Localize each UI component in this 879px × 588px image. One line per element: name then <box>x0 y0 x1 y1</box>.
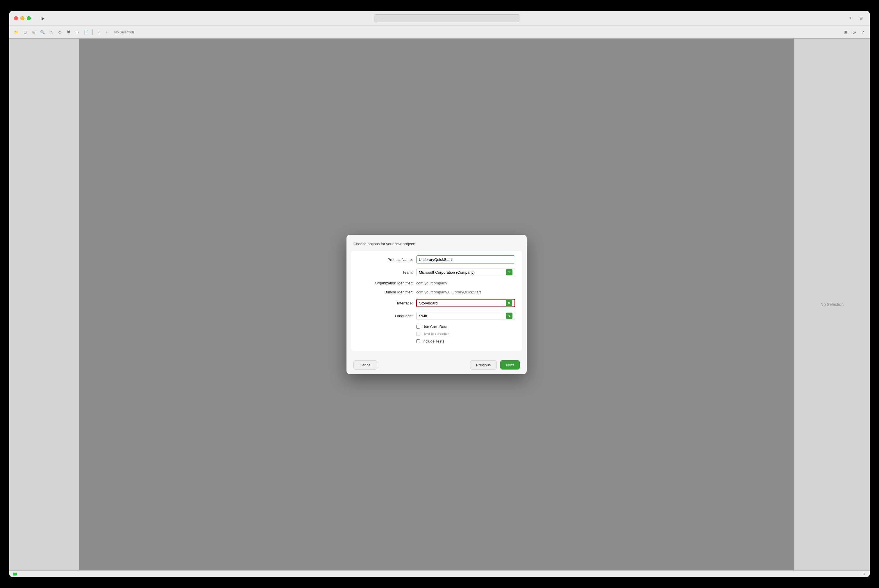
modal-footer: Cancel Previous Next <box>347 356 527 374</box>
warning-icon[interactable]: ⚠ <box>48 29 55 36</box>
mac-window: ▶ + ⊞ 📁 ⊡ ⊞ 🔍 ⚠ ◇ ⌘ ▭ 📄 ‹ › No Selection… <box>9 11 870 577</box>
interface-select[interactable]: Storyboard ⇅ <box>416 299 515 307</box>
search-bar[interactable] <box>374 14 520 22</box>
next-button[interactable]: Next <box>500 360 520 369</box>
diamond-icon[interactable]: ◇ <box>56 29 63 36</box>
team-value: Microsoft Corporation (Company) <box>419 270 475 274</box>
folder-icon[interactable]: 📁 <box>13 29 20 36</box>
right-panel: No Selection <box>794 39 870 570</box>
use-core-data-label[interactable]: Use Core Data <box>422 324 447 329</box>
interface-label: Interface: <box>358 301 416 305</box>
interface-select-arrow: ⇅ <box>506 300 512 306</box>
layout-button[interactable]: ⊞ <box>857 14 865 22</box>
editor-area: Choose options for your new project: Pro… <box>79 39 794 570</box>
hierarchy-icon[interactable]: ⊞ <box>30 29 37 36</box>
team-select-arrow: ⇅ <box>506 269 512 275</box>
bundle-id-label: Bundle Identifier: <box>358 290 416 294</box>
history-icon[interactable]: ◷ <box>850 29 858 36</box>
titlebar-center <box>50 14 844 22</box>
cancel-button[interactable]: Cancel <box>353 360 377 369</box>
rect-icon[interactable]: ▭ <box>74 29 81 36</box>
back-button[interactable]: ‹ <box>96 29 103 36</box>
include-tests-row: Include Tests <box>358 339 515 344</box>
nav-buttons: ‹ › <box>96 29 110 36</box>
add-button[interactable]: + <box>846 14 855 22</box>
use-core-data-row: Use Core Data <box>358 324 515 329</box>
traffic-lights <box>14 16 31 20</box>
search-icon[interactable]: 🔍 <box>39 29 46 36</box>
language-select-arrow: ⇅ <box>506 313 512 319</box>
sidebar <box>9 39 79 570</box>
status-indicator <box>13 573 17 576</box>
inspector-icon[interactable]: ⊞ <box>842 29 849 36</box>
maximize-button[interactable] <box>27 16 31 20</box>
status-bar-icon[interactable]: ⊞ <box>861 572 866 577</box>
include-tests-label[interactable]: Include Tests <box>422 339 445 344</box>
main-content: Choose options for your new project: Pro… <box>9 39 870 570</box>
toolbar-right: ⊞ ◷ ? <box>842 29 866 36</box>
help-icon[interactable]: ? <box>859 29 866 36</box>
link-icon[interactable]: ⌘ <box>65 29 72 36</box>
run-button[interactable]: ▶ <box>39 14 47 22</box>
product-name-label: Product Name: <box>358 257 416 262</box>
file-icon[interactable]: 📄 <box>83 29 90 36</box>
team-select[interactable]: Microsoft Corporation (Company) ⇅ <box>416 268 515 276</box>
bundle-id-value: com.yourcompany.UILibraryQuickStart <box>416 290 481 294</box>
interface-row: Interface: Storyboard ⇅ <box>358 299 515 307</box>
previous-button[interactable]: Previous <box>470 360 497 369</box>
minimize-button[interactable] <box>20 16 24 20</box>
right-panel-no-selection: No Selection <box>820 302 843 307</box>
product-name-row: Product Name: <box>358 255 515 264</box>
modal-overlay: Choose options for your new project: Pro… <box>79 39 794 570</box>
use-core-data-checkbox[interactable] <box>416 325 420 328</box>
host-in-cloudkit-row: Host in CloudKit <box>358 332 515 336</box>
org-id-row: Organization Identifier: com.yourcompany <box>358 281 515 285</box>
close-button[interactable] <box>14 16 18 20</box>
language-label: Language: <box>358 314 416 318</box>
language-row: Language: Swift ⇅ <box>358 312 515 320</box>
new-project-modal: Choose options for your new project: Pro… <box>347 235 527 374</box>
modal-header: Choose options for your new project: <box>347 235 527 246</box>
titlebar: ▶ + ⊞ <box>9 11 870 26</box>
team-row: Team: Microsoft Corporation (Company) ⇅ <box>358 268 515 276</box>
toolbar-divider <box>92 29 93 35</box>
org-id-label: Organization Identifier: <box>358 281 416 285</box>
bundle-id-row: Bundle Identifier: com.yourcompany.UILib… <box>358 290 515 294</box>
language-select[interactable]: Swift ⇅ <box>416 312 515 320</box>
language-value: Swift <box>419 314 427 318</box>
status-bar-right: ⊞ <box>861 572 866 577</box>
forward-button[interactable]: › <box>103 29 110 36</box>
org-id-value: com.yourcompany <box>416 281 447 285</box>
modal-title: Choose options for your new project: <box>353 242 415 246</box>
source-control-icon[interactable]: ⊡ <box>21 29 29 36</box>
interface-value: Storyboard <box>419 301 438 305</box>
host-in-cloudkit-label: Host in CloudKit <box>422 332 449 336</box>
toolbar: 📁 ⊡ ⊞ 🔍 ⚠ ◇ ⌘ ▭ 📄 ‹ › No Selection ⊞ ◷ ? <box>9 26 870 39</box>
no-selection-label: No Selection <box>114 30 134 34</box>
titlebar-right: + ⊞ <box>846 14 865 22</box>
team-label: Team: <box>358 270 416 274</box>
modal-body: Product Name: Team: Microsoft Corporatio… <box>351 251 522 351</box>
status-bar: ⊞ <box>9 570 870 577</box>
footer-right-buttons: Previous Next <box>470 360 520 369</box>
host-in-cloudkit-checkbox[interactable] <box>416 332 420 336</box>
product-name-input[interactable] <box>416 255 515 264</box>
include-tests-checkbox[interactable] <box>416 339 420 343</box>
